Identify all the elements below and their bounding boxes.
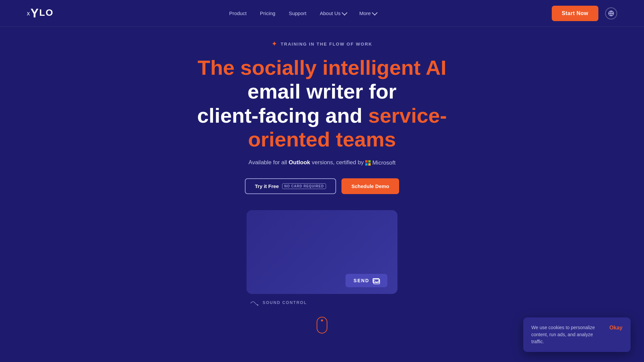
- hero-subtitle: Available for all Outlook versions, cert…: [249, 159, 395, 166]
- nav-pricing[interactable]: Pricing: [260, 10, 275, 16]
- nav-more[interactable]: More: [359, 10, 376, 16]
- schedule-demo-button[interactable]: Schedule Demo: [341, 178, 399, 194]
- chevron-down-icon: [372, 10, 378, 15]
- scroll-indicator[interactable]: [317, 317, 327, 334]
- svg-rect-2: [374, 279, 380, 284]
- try-free-button[interactable]: Try it Free NO CARD REQUIRED: [245, 178, 336, 194]
- hero-cta-row: Try it Free NO CARD REQUIRED Schedule De…: [245, 178, 399, 194]
- mail-icon: [373, 278, 379, 283]
- cookie-banner: We use cookies to personalize content, r…: [523, 317, 631, 352]
- start-now-button[interactable]: Start Now: [552, 6, 598, 21]
- nav-support[interactable]: Support: [289, 10, 307, 16]
- nav-links: Product Pricing Support About Us More: [229, 10, 376, 16]
- sound-control-label: SOUND CONTROL: [250, 299, 397, 306]
- navbar: xYLO Product Pricing Support About Us Mo…: [0, 0, 644, 27]
- hero-eyebrow: ✦ TRAINING IN THE FLOW OF WORK: [272, 40, 372, 48]
- sparkle-icon: ✦: [272, 40, 277, 48]
- nav-product[interactable]: Product: [229, 10, 247, 16]
- demo-card: SEND: [247, 210, 397, 294]
- svg-marker-3: [257, 304, 259, 306]
- logo-text: xYLO: [27, 6, 54, 20]
- cookie-okay-button[interactable]: Okay: [609, 324, 623, 331]
- demo-card-wrapper: SEND SOUND CONTROL: [247, 210, 397, 306]
- hero-title: The socially intelligent AI email writer…: [171, 56, 473, 151]
- microsoft-logo: Microsoft: [365, 160, 395, 166]
- nav-about-us[interactable]: About Us: [320, 10, 346, 16]
- globe-icon[interactable]: [605, 7, 617, 19]
- scroll-dot: [321, 319, 323, 321]
- cookie-text: We use cookies to personalize content, r…: [531, 324, 604, 345]
- chevron-down-icon: [342, 10, 347, 15]
- send-button[interactable]: SEND: [345, 274, 387, 287]
- nav-right: Start Now: [552, 6, 617, 21]
- hero-section: ✦ TRAINING IN THE FLOW OF WORK The socia…: [0, 0, 644, 354]
- ms-grid-icon: [365, 160, 371, 166]
- logo[interactable]: xYLO: [27, 6, 54, 20]
